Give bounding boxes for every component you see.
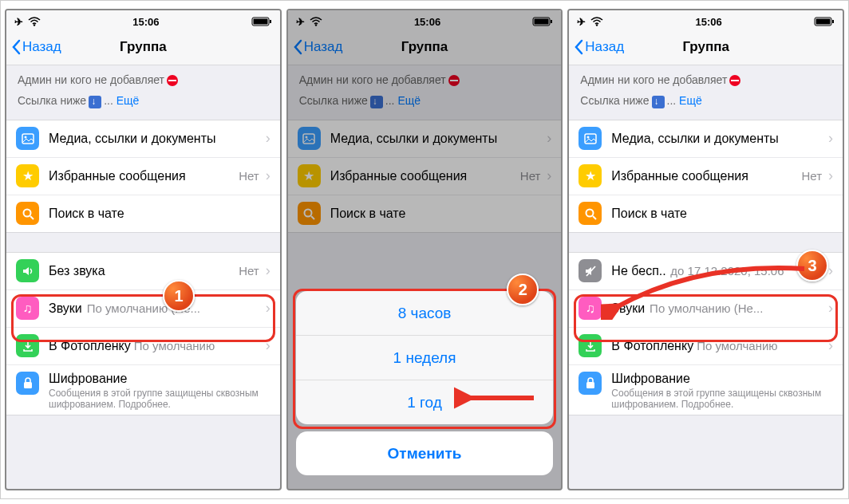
battery-icon [814, 17, 835, 26]
row-encryption[interactable]: ШифрованиеСообщения в этой группе защище… [6, 365, 280, 415]
wifi-icon [590, 17, 603, 26]
status-bar: ✈︎ 15:06 [569, 10, 843, 30]
no-entry-icon [167, 75, 178, 86]
download-icon [579, 334, 602, 357]
svg-point-22 [586, 209, 593, 216]
group-info-text: Админ ни кого не добавляет Ссылка ниже..… [6, 65, 280, 120]
arrow-down-icon [89, 96, 101, 108]
list-1: Медиа, ссылки и документы› ★Избранные со… [6, 120, 280, 233]
search-icon [16, 202, 39, 225]
download-icon [16, 334, 39, 357]
back-button[interactable]: Назад [6, 39, 61, 55]
row-media[interactable]: Медиа, ссылки и документы› [569, 120, 843, 158]
more-link[interactable]: Ещё [679, 94, 702, 107]
svg-rect-18 [816, 19, 831, 25]
airplane-icon: ✈︎ [577, 16, 586, 28]
chevron-right-icon: › [828, 167, 833, 184]
star-icon: ★ [579, 164, 602, 187]
row-search[interactable]: Поиск в чате [6, 195, 280, 232]
nav-bar: Назад Группа [569, 30, 843, 65]
arrow-down-icon [652, 96, 665, 108]
lock-icon [16, 372, 39, 395]
svg-rect-7 [24, 382, 32, 388]
row-save[interactable]: В ФотоплёнкуПо умолчанию› [569, 328, 843, 365]
svg-rect-24 [586, 382, 594, 388]
no-entry-icon [729, 75, 740, 86]
chevron-right-icon: › [828, 262, 833, 279]
music-icon: ♫ [16, 297, 39, 320]
svg-rect-20 [585, 134, 596, 144]
svg-point-6 [23, 209, 30, 216]
battery-icon [251, 17, 272, 26]
clock: 15:06 [696, 16, 722, 28]
row-media[interactable]: Медиа, ссылки и документы› [6, 120, 280, 158]
clock: 15:06 [132, 16, 159, 28]
screen-3: ✈︎ 15:06 Назад Группа Админ ни кого не д… [567, 9, 844, 490]
option-1w[interactable]: 1 неделя [296, 336, 554, 380]
chevron-right-icon: › [828, 130, 833, 147]
back-button[interactable]: Назад [569, 39, 624, 55]
svg-point-21 [586, 136, 589, 138]
badge-1: 1 [163, 280, 195, 312]
nav-bar: Назад Группа [6, 30, 280, 65]
chevron-right-icon: › [266, 130, 270, 147]
row-save[interactable]: В ФотоплёнкуПо умолчанию› [6, 328, 280, 365]
svg-point-0 [34, 24, 35, 26]
svg-rect-19 [832, 20, 834, 23]
mute-icon [579, 259, 602, 282]
wifi-icon [28, 17, 41, 26]
row-search[interactable]: Поиск в чате [569, 195, 843, 232]
row-encryption[interactable]: ШифрованиеСообщения в этой группе защище… [569, 365, 843, 415]
more-link[interactable]: Ещё [116, 94, 140, 107]
row-sounds[interactable]: ♫ЗвукиПо умолчанию (Не...› [569, 290, 843, 328]
badge-3: 3 [796, 250, 828, 282]
photo-icon [579, 127, 602, 150]
row-mute[interactable]: Без звукаНет› [6, 253, 280, 290]
svg-point-16 [596, 24, 598, 26]
svg-rect-3 [270, 20, 271, 23]
svg-point-5 [24, 136, 26, 138]
chevron-right-icon: › [266, 337, 270, 354]
search-icon [579, 202, 602, 225]
svg-rect-4 [22, 134, 34, 144]
option-1y[interactable]: 1 год [296, 380, 554, 424]
status-bar: ✈︎ 15:06 [6, 10, 280, 30]
chevron-right-icon: › [828, 337, 833, 354]
speaker-icon [16, 259, 39, 282]
chevron-right-icon: › [266, 300, 270, 317]
photo-icon [16, 127, 39, 150]
row-starred[interactable]: ★Избранные сообщенияНет› [569, 158, 843, 195]
list-1: Медиа, ссылки и документы› ★Избранные со… [569, 120, 843, 233]
action-sheet: 8 часов 1 неделя 1 год [296, 291, 554, 424]
chevron-right-icon: › [828, 300, 833, 317]
row-starred[interactable]: ★Избранные сообщенияНет› [6, 158, 280, 195]
svg-rect-2 [253, 19, 267, 25]
screen-1: ✈︎ 15:06 Назад Группа Админ ни кого не д… [5, 9, 282, 490]
star-icon: ★ [16, 164, 39, 187]
screen-2: ✈︎ 15:06 Назад Группа Админ ни кого не д… [286, 9, 563, 490]
row-sounds[interactable]: ♫ЗвукиПо умолчанию (Не...› [6, 290, 280, 328]
airplane-icon: ✈︎ [14, 16, 23, 28]
music-icon: ♫ [579, 297, 602, 320]
chevron-right-icon: › [266, 262, 270, 279]
list-2: Без звукаНет› ♫ЗвукиПо умолчанию (Не...›… [6, 252, 280, 416]
cancel-button[interactable]: Отменить [296, 431, 554, 475]
chevron-right-icon: › [266, 167, 270, 184]
lock-icon [579, 372, 602, 395]
group-info-text: Админ ни кого не добавляет Ссылка ниже..… [569, 65, 843, 120]
